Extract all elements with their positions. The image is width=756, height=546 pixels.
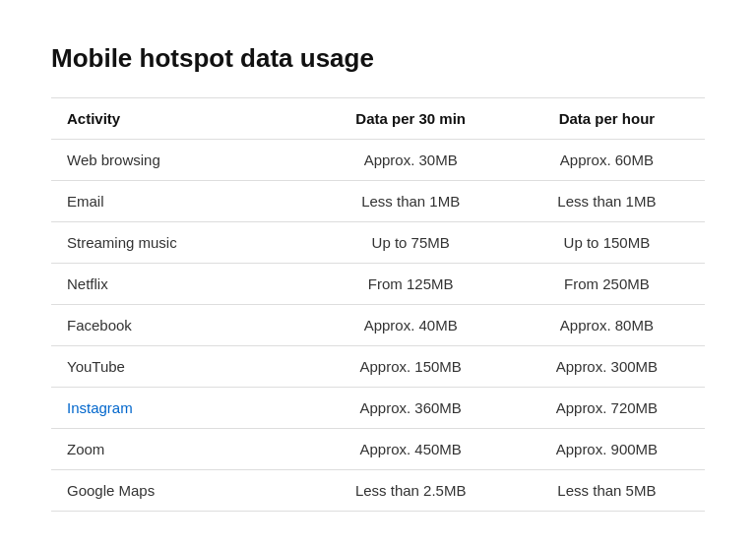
cell-activity: Netflix <box>51 264 313 305</box>
table-header-row: Activity Data per 30 min Data per hour <box>51 98 705 140</box>
table-row: YouTubeApprox. 150MBApprox. 300MB <box>51 346 705 388</box>
table-row: Streaming musicUp to 75MBUp to 150MB <box>51 222 705 264</box>
cell-activity: Zoom <box>51 429 313 470</box>
col-header-perhour: Data per hour <box>509 98 705 140</box>
col-header-per30min: Data per 30 min <box>313 98 509 140</box>
table-row: Web browsingApprox. 30MBApprox. 60MB <box>51 140 705 181</box>
cell-per30min: Less than 2.5MB <box>313 470 509 512</box>
cell-perhour: Less than 1MB <box>509 181 705 222</box>
table-row: FacebookApprox. 40MBApprox. 80MB <box>51 305 705 346</box>
table-row: Google MapsLess than 2.5MBLess than 5MB <box>51 470 705 512</box>
page-title: Mobile hotspot data usage <box>51 43 705 74</box>
cell-per30min: Up to 75MB <box>313 222 509 264</box>
data-usage-table: Activity Data per 30 min Data per hour W… <box>51 97 705 512</box>
cell-per30min: Approx. 360MB <box>313 388 509 429</box>
cell-activity: Web browsing <box>51 140 313 181</box>
cell-perhour: Approx. 900MB <box>509 429 705 470</box>
cell-perhour: Approx. 720MB <box>509 388 705 429</box>
cell-activity[interactable]: Instagram <box>51 388 313 429</box>
cell-activity: Facebook <box>51 305 313 346</box>
cell-perhour: Approx. 60MB <box>509 140 705 181</box>
cell-per30min: Approx. 40MB <box>313 305 509 346</box>
cell-activity: Streaming music <box>51 222 313 264</box>
table-row: NetflixFrom 125MBFrom 250MB <box>51 264 705 305</box>
cell-perhour: Up to 150MB <box>509 222 705 264</box>
cell-perhour: Approx. 80MB <box>509 305 705 346</box>
cell-perhour: Approx. 300MB <box>509 346 705 388</box>
table-row: ZoomApprox. 450MBApprox. 900MB <box>51 429 705 470</box>
cell-activity: YouTube <box>51 346 313 388</box>
cell-per30min: Approx. 150MB <box>313 346 509 388</box>
cell-per30min: Less than 1MB <box>313 181 509 222</box>
cell-perhour: Less than 5MB <box>509 470 705 512</box>
col-header-activity: Activity <box>51 98 313 140</box>
table-row: InstagramApprox. 360MBApprox. 720MB <box>51 388 705 429</box>
table-row: EmailLess than 1MBLess than 1MB <box>51 181 705 222</box>
cell-activity: Email <box>51 181 313 222</box>
cell-perhour: From 250MB <box>509 264 705 305</box>
cell-activity: Google Maps <box>51 470 313 512</box>
cell-per30min: Approx. 450MB <box>313 429 509 470</box>
cell-per30min: Approx. 30MB <box>313 140 509 181</box>
cell-per30min: From 125MB <box>313 264 509 305</box>
main-container: Mobile hotspot data usage Activity Data … <box>20 20 736 535</box>
